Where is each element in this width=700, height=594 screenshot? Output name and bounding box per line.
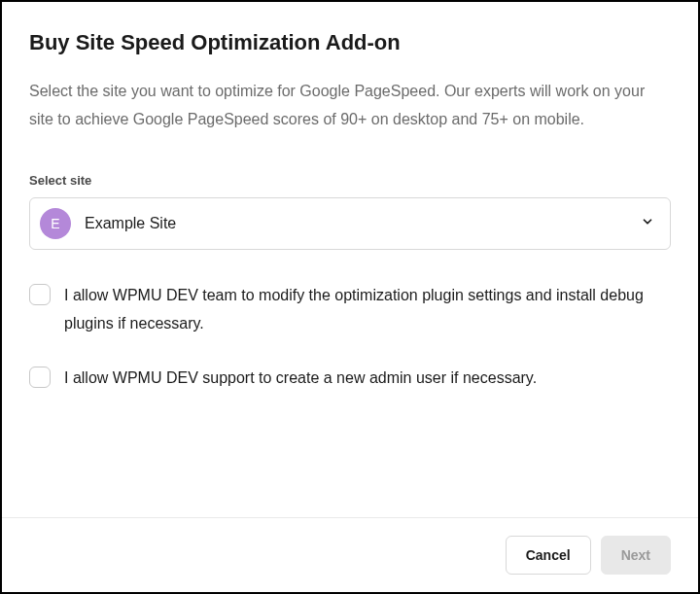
select-site-label: Select site	[29, 173, 671, 188]
chevron-down-icon	[641, 215, 654, 232]
consent-label: I allow WPMU DEV team to modify the opti…	[64, 281, 671, 338]
consent-label: I allow WPMU DEV support to create a new…	[64, 364, 537, 393]
site-select-value: Example Site	[85, 215, 641, 232]
consent-checkbox-modify-plugins[interactable]	[29, 284, 51, 305]
modal-title: Buy Site Speed Optimization Add-on	[29, 29, 671, 57]
cancel-button[interactable]: Cancel	[506, 536, 591, 575]
next-button[interactable]: Next	[601, 536, 671, 575]
site-select[interactable]: E Example Site	[29, 197, 671, 250]
modal-content: Buy Site Speed Optimization Add-on Selec…	[2, 2, 698, 517]
modal-window: Buy Site Speed Optimization Add-on Selec…	[0, 0, 700, 594]
consent-row-admin-user: I allow WPMU DEV support to create a new…	[29, 366, 671, 393]
modal-footer: Cancel Next	[2, 517, 698, 592]
site-avatar: E	[40, 208, 71, 239]
consent-checkbox-admin-user[interactable]	[29, 367, 51, 388]
modal-description: Select the site you want to optimize for…	[29, 77, 671, 134]
consent-row-modify-plugins: I allow WPMU DEV team to modify the opti…	[29, 283, 671, 338]
